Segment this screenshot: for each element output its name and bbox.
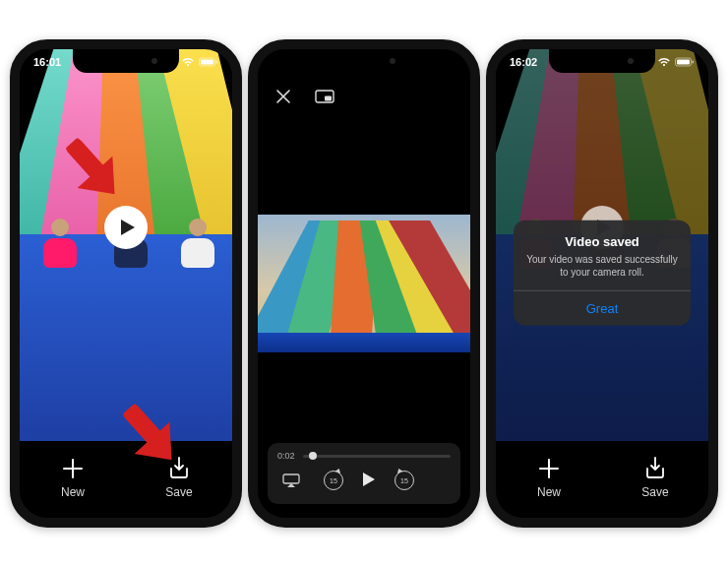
wifi-icon: [657, 57, 671, 67]
save-icon: [644, 456, 666, 481]
notch: [73, 49, 179, 73]
battery-icon: [675, 57, 695, 67]
seek-bar[interactable]: 0:02: [277, 451, 451, 461]
svg-rect-1: [201, 60, 213, 65]
svg-rect-5: [283, 474, 299, 483]
notch: [549, 49, 655, 73]
seek-track[interactable]: [303, 455, 451, 458]
save-label: Save: [641, 485, 668, 499]
alert-title: Video saved: [525, 234, 679, 249]
save-button[interactable]: Save: [626, 456, 685, 499]
plus-icon: [538, 456, 560, 481]
play-button[interactable]: [361, 472, 377, 489]
close-button[interactable]: [270, 83, 297, 110]
phone-screenshot-2: 0:02 15 15: [248, 39, 480, 528]
save-label: Save: [165, 485, 192, 499]
skip-back-button[interactable]: 15: [324, 471, 343, 490]
video-player-viewport[interactable]: [258, 215, 470, 352]
svg-rect-2: [216, 61, 218, 64]
alert-confirm-button[interactable]: Great: [514, 290, 691, 326]
bottom-toolbar: New Save: [496, 441, 708, 514]
svg-rect-8: [693, 61, 695, 64]
seek-knob[interactable]: [309, 452, 317, 460]
new-button[interactable]: New: [43, 456, 102, 499]
player-controls: 0:02 15 15: [268, 443, 460, 504]
notch: [311, 49, 417, 73]
plus-icon: [62, 456, 84, 481]
pip-button[interactable]: [311, 83, 338, 110]
new-button[interactable]: New: [519, 456, 578, 499]
alert-message: Your video was saved successfully to you…: [525, 253, 679, 279]
new-label: New: [61, 485, 85, 499]
phone-screenshot-1: 16:01: [10, 39, 242, 528]
airplay-button[interactable]: [277, 467, 305, 494]
phone-screenshot-3: 16:02: [486, 39, 718, 528]
player-top-bar: [258, 79, 470, 114]
svg-rect-4: [325, 96, 332, 101]
battery-icon: [199, 57, 218, 67]
video-preview[interactable]: [20, 49, 232, 441]
video-frame-image: [258, 215, 470, 352]
svg-rect-7: [677, 60, 690, 65]
wifi-icon: [181, 57, 195, 67]
new-label: New: [537, 485, 561, 499]
play-button[interactable]: [104, 206, 148, 249]
skip-forward-button[interactable]: 15: [394, 471, 414, 490]
current-time: 0:02: [277, 451, 295, 461]
video-saved-alert: Video saved Your video was saved success…: [514, 220, 691, 326]
